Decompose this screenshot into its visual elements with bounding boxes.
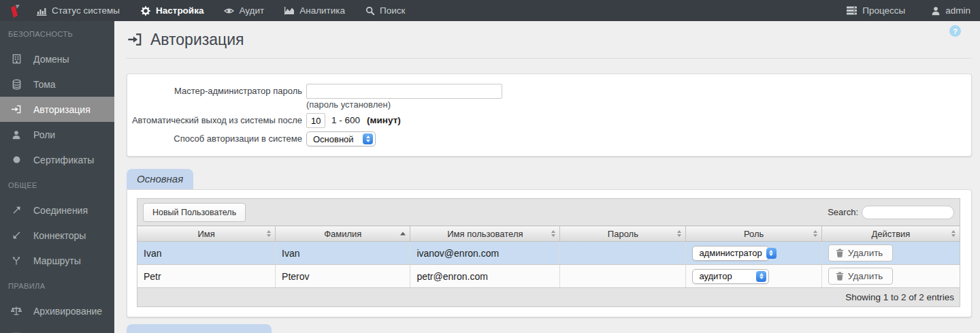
column-label: Имя <box>197 229 214 239</box>
auth-method-row: Способ авторизации в системе Основной <box>127 131 971 146</box>
auth-settings-panel: Мастер-администратор пароль (пароль уста… <box>127 74 972 157</box>
nav-admin-user[interactable]: admin <box>931 5 970 16</box>
nav-processes[interactable]: Процессы <box>847 5 905 16</box>
cell-actions: Удалить <box>821 265 960 288</box>
help-icon[interactable]: ? <box>949 25 961 37</box>
table-row[interactable]: Petr Pterov petr@enron.com аудитор <box>137 265 960 288</box>
nav-settings[interactable]: Настройка <box>140 5 203 16</box>
sidebar-item-filter[interactable]: Фильтр <box>0 323 114 333</box>
sign-in-icon <box>10 104 23 114</box>
table-info: Showing 1 to 2 of 2 entries <box>137 288 960 307</box>
auth-method-label: Способ авторизации в системе <box>127 131 302 146</box>
sidebar-item-volumes[interactable]: Тома <box>0 72 114 97</box>
sidebar-item-connections[interactable]: Соединения <box>0 197 114 223</box>
bar-chart-icon <box>37 6 47 16</box>
sidebar-item-label: Маршруты <box>33 255 81 266</box>
table-search-input[interactable] <box>862 206 954 219</box>
master-password-row: Мастер-администратор пароль (пароль уста… <box>127 84 971 110</box>
cell-role: администратор <box>686 242 821 265</box>
nav-label: Настройка <box>156 5 203 16</box>
table-row[interactable]: Ivan Ivan ivanov@enron.com администратор <box>137 242 960 265</box>
sidebar-item-authorization[interactable]: Авторизация <box>0 97 114 122</box>
user-icon <box>10 130 23 140</box>
routes-icon <box>10 256 23 266</box>
scales-icon <box>10 306 23 316</box>
select-stepper-icon <box>766 248 777 259</box>
sort-both-icon <box>813 230 817 237</box>
auto-logout-input[interactable] <box>306 113 325 128</box>
delete-button[interactable]: Удалить <box>828 244 894 261</box>
user-icon <box>931 6 941 16</box>
master-password-input[interactable] <box>306 84 502 99</box>
new-user-button[interactable]: Новый Пользователь <box>143 203 246 222</box>
column-label: Действия <box>871 229 910 239</box>
nav-label: Поиск <box>380 5 405 16</box>
col-header-last-name[interactable]: Фамилия <box>276 226 410 242</box>
sidebar-item-label: Коннекторы <box>33 230 86 241</box>
nav-system-status[interactable]: Статус системы <box>37 5 120 16</box>
auth-method-select[interactable]: Основной <box>306 131 376 146</box>
table-header-row: Имя Фамилия Имя пользователя Пароль <box>137 226 960 242</box>
cell-actions: Удалить <box>821 242 960 265</box>
col-header-role[interactable]: Роль <box>686 226 821 242</box>
users-table: Имя Фамилия Имя пользователя Пароль <box>137 225 960 288</box>
search-icon <box>365 6 375 16</box>
sort-both-icon <box>677 230 681 237</box>
sidebar-item-label: Фильтр <box>33 331 65 333</box>
select-stepper-icon <box>756 271 766 282</box>
auto-logout-label: Автоматический выход из системы после <box>127 113 302 128</box>
sort-asc-icon <box>400 232 406 236</box>
sidebar-item-domains[interactable]: Домены <box>0 46 114 72</box>
col-header-first-name[interactable]: Имя <box>137 226 276 242</box>
password-set-hint: (пароль установлен) <box>306 99 502 110</box>
column-label: Пароль <box>608 229 638 239</box>
app-logo[interactable] <box>7 3 23 19</box>
table-search: Search: <box>828 206 954 219</box>
nav-audit[interactable]: Аудит <box>224 5 264 16</box>
topbar-right: Процессы admin <box>847 5 980 16</box>
sidebar-item-label: Тома <box>33 79 56 90</box>
role-value: администратор <box>699 248 762 258</box>
tab-main[interactable]: Основная <box>127 169 193 189</box>
role-select[interactable]: аудитор <box>692 269 769 284</box>
main-content: Авторизация ? Мастер-администратор парол… <box>114 21 980 333</box>
cell-first-name: Petr <box>137 265 276 288</box>
sidebar-item-roles[interactable]: Роли <box>0 122 114 147</box>
users-panel: Новый Пользователь Search: Имя <box>127 189 972 317</box>
col-header-password[interactable]: Пароль <box>560 226 686 242</box>
sidebar-item-routes[interactable]: Маршруты <box>0 248 114 273</box>
cell-first-name: Ivan <box>137 242 276 265</box>
sidebar-item-archiving[interactable]: Архивирование <box>0 298 114 323</box>
sort-both-icon <box>951 230 956 237</box>
tab-partial[interactable] <box>127 324 272 333</box>
sidebar-item-label: Роли <box>33 129 55 140</box>
column-label: Имя пользователя <box>447 229 523 239</box>
search-label: Search: <box>828 207 858 217</box>
sidebar-section-rules: ПРАВИЛА <box>0 273 114 298</box>
delete-label: Удалить <box>848 271 883 281</box>
auto-logout-range: 1 - 600 <box>331 113 360 128</box>
auto-logout-unit: (минут) <box>367 113 401 128</box>
arrow-down-left-icon <box>10 231 23 240</box>
role-value: аудитор <box>699 271 732 281</box>
role-select[interactable]: администратор <box>692 246 769 261</box>
col-header-username[interactable]: Имя пользователя <box>410 226 560 242</box>
master-password-label: Мастер-администратор пароль <box>127 84 302 99</box>
nav-label: admin <box>945 5 970 16</box>
database-icon <box>10 79 23 90</box>
sort-both-icon <box>267 230 271 237</box>
cell-last-name: Pterov <box>276 265 410 288</box>
col-header-actions[interactable]: Действия <box>821 226 960 242</box>
sidebar-item-label: Авторизация <box>33 104 91 115</box>
nav-analytics[interactable]: Аналитика <box>284 5 345 16</box>
sidebar-item-label: Домены <box>33 54 69 65</box>
nav-search[interactable]: Поиск <box>365 5 405 16</box>
auto-logout-row: Автоматический выход из системы после 1 … <box>127 113 971 128</box>
sidebar-item-connectors[interactable]: Коннекторы <box>0 223 114 248</box>
page-title: Авторизация <box>150 31 244 49</box>
arrow-up-right-icon <box>10 206 23 215</box>
eye-icon <box>224 7 234 15</box>
nav-label: Аналитика <box>299 5 345 16</box>
sidebar-item-certificates[interactable]: Сертификаты <box>0 147 114 172</box>
delete-button[interactable]: Удалить <box>828 268 894 285</box>
